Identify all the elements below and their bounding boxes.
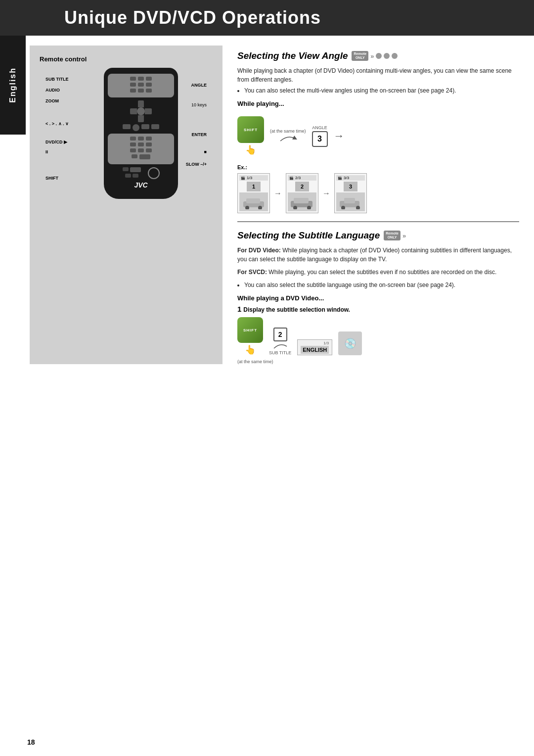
remote-diagram: SUB TITLE AUDIO ZOOM < . > . ∧ . ∨ DVD/C… xyxy=(44,68,208,199)
remote-btn xyxy=(138,77,144,81)
remote-bottom-controls xyxy=(108,167,174,179)
car-svg-3 xyxy=(337,194,364,209)
curve-arrow-svg xyxy=(278,134,298,143)
remote-only-badge: Remote ONLY xyxy=(352,51,368,61)
car-svg-2 xyxy=(289,194,315,209)
page-title: Unique DVD/VCD Operations xyxy=(64,7,321,28)
thumb-header-3: 🎬 3/3 xyxy=(336,175,365,181)
remote-btn xyxy=(141,124,149,129)
section-title-subtitle: Selecting the Subtitle Language Remote O… xyxy=(237,230,519,241)
label-slow: SLOW –/+ xyxy=(186,162,207,167)
remote-btn xyxy=(133,124,139,131)
dpad-container xyxy=(108,100,174,122)
step1-num-badge: 2 xyxy=(273,328,287,341)
thumb-img-2 xyxy=(288,192,316,211)
remote-btn xyxy=(146,137,152,141)
remote-btn xyxy=(138,142,144,146)
label-pause: II xyxy=(45,149,48,154)
section1-description-text: While playing back a chapter (of DVD Vid… xyxy=(237,67,512,83)
at-same-time-label: (at the same time) xyxy=(270,129,306,134)
remote-btn xyxy=(130,77,136,81)
remote-btn xyxy=(139,154,150,159)
remote-btn xyxy=(130,137,136,141)
remote-btn xyxy=(133,174,138,178)
section2-para2: For SVCD: While playing, you can select … xyxy=(237,268,519,277)
hand-icon-step1: 👆 xyxy=(245,344,256,355)
badge-only-text-2: ONLY xyxy=(386,236,399,239)
thumb-fraction-2: 2/3 xyxy=(295,176,301,180)
shift-label-step1: SHIFT xyxy=(243,328,257,332)
badge-dot-1 xyxy=(376,53,382,59)
left-panel: Remote control SUB TITLE AUDIO ZOOM < . … xyxy=(30,46,222,364)
remote-btn xyxy=(130,89,136,93)
label-enter: ENTER xyxy=(191,132,207,137)
screen-fraction: 1/3 xyxy=(301,341,329,345)
while-playing-dvd-label: While playing a DVD Video... xyxy=(237,294,519,302)
badge-dot-2 xyxy=(384,53,390,59)
label-angle: ANGLE xyxy=(191,83,207,88)
screen-fraction-box: 1/3 ENGLISH xyxy=(297,339,332,355)
badge-arrows: » xyxy=(370,52,374,60)
while-playing-label: While playing... xyxy=(237,100,519,107)
thumb-arrow-2: → xyxy=(322,189,330,198)
thumb-header-1: 🎬 1/3 xyxy=(239,175,268,181)
dpad xyxy=(130,100,152,122)
remote-btn xyxy=(132,154,137,158)
section-title-subtitle-text: Selecting the Subtitle Language xyxy=(237,230,380,241)
section2-para2-bold: For SVCD: xyxy=(237,269,267,276)
step1-row: 1 Display the subtitle selection window. xyxy=(237,305,519,313)
label-stop: ■ xyxy=(204,149,207,154)
shift-button-diagram: SHIFT xyxy=(237,116,264,143)
page-number: 18 xyxy=(27,738,35,746)
dpad-right xyxy=(145,108,152,114)
label-zoom: ZOOM xyxy=(45,98,59,103)
badge-only-text: ONLY xyxy=(354,56,366,60)
remote-only-badge-2: Remote ONLY xyxy=(384,231,400,241)
thumb-fraction-1: 1/3 xyxy=(247,176,252,180)
remote-btn xyxy=(138,137,144,141)
header-bar: Unique DVD/VCD Operations xyxy=(0,0,534,36)
thumbnails-row: 🎬 1/3 1 → xyxy=(237,173,519,213)
section1-description: While playing back a chapter (of DVD Vid… xyxy=(237,66,519,95)
label-dvdcd: DVD/CD ▶ xyxy=(45,140,67,144)
step1-diagram: SHIFT 👆 2 SUB TITLE 1/3 ENGLISH xyxy=(237,317,519,355)
step1-label: Display the subtitle selection window. xyxy=(243,306,350,313)
svg-rect-1 xyxy=(246,198,260,203)
section-title-view-angle: Selecting the View Angle Remote ONLY » xyxy=(237,50,519,61)
thumb-icon-3: 🎬 xyxy=(338,176,342,180)
jvc-logo: JVC xyxy=(108,181,174,189)
remote-body: JVC xyxy=(104,68,178,199)
sub-title-label-small: SUB TITLE xyxy=(269,350,291,355)
shift-label-diagram: SHIFT xyxy=(244,128,258,132)
shift-button-remote xyxy=(130,167,141,172)
remote-btn xyxy=(151,124,159,129)
at-same-time-step1: (at the same time) xyxy=(237,359,519,364)
thumb-icon-1: 🎬 xyxy=(241,176,245,180)
thumb-num-2: 2 xyxy=(295,182,309,191)
remote-btn xyxy=(130,148,136,152)
rotate-icon xyxy=(148,167,160,179)
label-10keys: 10 keys xyxy=(191,102,207,107)
remote-btn xyxy=(123,124,131,129)
dpad-left xyxy=(130,108,137,114)
shift-container-step1: SHIFT 👆 xyxy=(237,317,263,355)
badge-arrows-2: » xyxy=(402,232,406,239)
remote-btn xyxy=(130,83,136,87)
remote-btn xyxy=(146,77,152,81)
angle-number: 3 xyxy=(312,131,328,147)
remote-btn xyxy=(125,174,131,178)
car-svg-1 xyxy=(240,194,267,209)
label-subtitle: SUB TITLE xyxy=(45,77,69,82)
subtitle-screen: 1/3 ENGLISH xyxy=(297,339,332,355)
dpad-up xyxy=(138,100,144,107)
remote-btn xyxy=(146,89,152,93)
language-label: English xyxy=(8,67,17,103)
step1-number: 1 xyxy=(237,305,241,313)
remote-btn xyxy=(138,148,144,152)
remote-btn xyxy=(146,142,152,146)
section-divider xyxy=(237,221,519,222)
playing-diagram: SHIFT 👆 (at the same time) xyxy=(237,112,519,159)
section2-para1: For DVD Video: While playing back a chap… xyxy=(237,246,519,264)
label-arrows: < . > . ∧ . ∨ xyxy=(45,121,69,126)
remote-btn xyxy=(138,89,144,93)
